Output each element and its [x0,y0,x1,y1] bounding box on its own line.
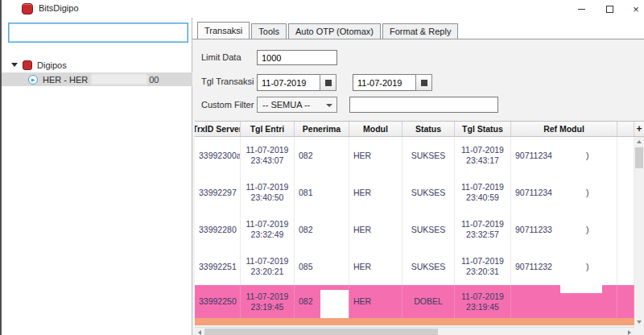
horizontal-scrollbar-thumb[interactable] [204,329,438,335]
chevron-down-icon [326,104,332,107]
tab-format-reply[interactable]: Format & Reply [382,23,458,39]
calendar-icon [421,80,427,86]
table-row[interactable]: 33992300a 11-07-201923:43:07 082 HER SUK… [195,137,644,174]
expand-arrow-icon[interactable] [11,63,18,67]
limit-data-label: Limit Data [201,52,242,62]
redacted-text [560,285,602,293]
column-header-extra [617,122,634,136]
cell-status: SUKSES [411,188,446,198]
redacted-text [320,290,349,318]
cell-ref: 90711234) [515,151,588,161]
cell-status-date: 11-07-2019 [461,292,504,302]
tabstrip: Transaksi Tools Auto OTP (Otomax) Format… [197,22,460,39]
column-header-trxid[interactable]: TrxID Server [195,122,241,136]
date-to-input[interactable] [353,74,416,91]
minimize-button[interactable] [571,2,592,16]
table-row-highlighted[interactable]: 33992250 11-07-201923:19:45 082 HER DOBE… [195,285,644,318]
cell-entri-time: 23:43:07 [251,155,284,166]
cell-ref: 90711232) [515,262,588,272]
cell-status-time: 23:20:31 [466,267,499,277]
app-icon [22,3,33,14]
vertical-scrollbar[interactable] [634,137,644,327]
app-window: BitsDigipo × Digipos ▶ HER - HER 00 Tran… [0,0,644,335]
tree-item-her[interactable]: ▶ HER - HER 00 [2,72,192,86]
cell-status: SUKSES [411,151,446,161]
transaksi-panel: Limit Data Tgl Transaksi Custom Filter -… [192,39,644,335]
scroll-left-icon[interactable] [198,330,201,335]
tree-child-label: HER - HER [43,75,88,85]
scroll-up-icon[interactable] [637,140,642,143]
cell-status-time: 23:19:45 [466,302,499,312]
cell-entri-time: 23:19:45 [251,302,284,312]
cell-modul: HER [353,225,371,235]
date-from-input[interactable] [257,74,320,91]
tree-child-suffix: 00 [149,75,159,85]
cell-penerima: 081 [299,188,313,198]
row-highlight-strip [195,318,644,325]
column-header-modul[interactable]: Modul [349,122,402,136]
cell-status: SUKSES [411,262,446,272]
close-button[interactable]: × [625,2,644,16]
cell-trxid: 33992251 [199,262,237,272]
custom-filter-dropdown[interactable]: -- SEMUA -- [257,97,337,113]
tab-auto-otp[interactable]: Auto OTP (Otomax) [288,23,381,39]
cell-status: SUKSES [411,225,446,235]
cell-modul: HER [353,296,371,307]
cell-trxid: 33992250 [199,296,237,307]
minimize-icon [578,9,585,10]
cell-entri-time: 23:32:49 [251,230,284,240]
cell-status-time: 23:40:59 [466,192,499,203]
cell-entri-time: 23:20:21 [251,267,284,277]
table-row[interactable]: 33992297 11-07-201923:40:50 081 HER SUKS… [195,174,644,211]
maximize-icon [606,6,613,13]
cell-entri-date: 11-07-2019 [246,182,289,192]
cell-penerima: 082 [299,225,313,235]
date-to-picker-button[interactable] [415,74,432,91]
horizontal-scrollbar[interactable] [195,327,634,335]
custom-filter-label: Custom Filter [201,100,254,110]
cell-entri-date: 11-07-2019 [246,292,289,302]
tree-root-label: Digipos [37,60,67,70]
cell-penerima: 082 [299,151,313,161]
cell-status-date: 11-07-2019 [461,145,504,155]
cell-ref: 90711234) [515,188,588,198]
tab-tools[interactable]: Tools [251,23,287,39]
dropdown-selected-value: -- SEMUA -- [262,100,310,110]
calendar-icon [325,80,332,86]
table-header-row: TrxID Server Tgl Entri Penerima Modul St… [195,121,644,137]
date-from-picker-button[interactable] [320,74,336,91]
vertical-scrollbar-thumb[interactable] [635,147,643,168]
column-header-tgl-entri[interactable]: Tgl Entri [241,122,295,136]
limit-data-input[interactable] [257,50,337,65]
column-header-penerima[interactable]: Penerima [295,122,349,136]
cell-status-date: 11-07-2019 [461,256,504,267]
maximize-button[interactable] [599,2,620,16]
cell-trxid: 33992297 [199,188,237,198]
column-header-ref-modul[interactable]: Ref Modul [511,122,617,136]
table-row[interactable]: 33992280 11-07-201923:32:49 082 HER SUKS… [195,211,644,248]
cell-status-date: 11-07-2019 [461,219,504,230]
server-icon [23,60,32,70]
add-column-button[interactable]: + [634,122,644,136]
window-title: BitsDigipo [39,3,79,13]
scroll-down-icon[interactable] [637,321,642,324]
cell-trxid: 33992280 [199,225,237,235]
cell-penerima: 082 [299,296,313,307]
close-icon: × [633,4,639,14]
tab-transaksi[interactable]: Transaksi [197,22,250,39]
cell-entri-date: 11-07-2019 [246,256,289,267]
cell-ref: 90711233) [515,225,588,235]
table-body: 33992300a 11-07-201923:43:07 082 HER SUK… [195,137,644,325]
cell-modul: HER [353,151,371,161]
redacted-text [91,74,147,85]
column-header-status[interactable]: Status [402,122,455,136]
search-input[interactable] [8,23,188,43]
transactions-table: TrxID Server Tgl Entri Penerima Modul St… [195,121,644,325]
cell-status: DOBEL [414,296,443,307]
table-row[interactable]: 33992251 11-07-201923:20:21 085 HER SUKS… [195,248,644,285]
scroll-right-icon[interactable] [628,330,631,335]
custom-filter-input[interactable] [349,97,498,113]
column-header-tgl-status[interactable]: Tgl Status [455,122,511,136]
tree-item-digipos[interactable]: Digipos [2,58,192,72]
tgl-transaksi-label: Tgl Transaksi [201,77,254,86]
